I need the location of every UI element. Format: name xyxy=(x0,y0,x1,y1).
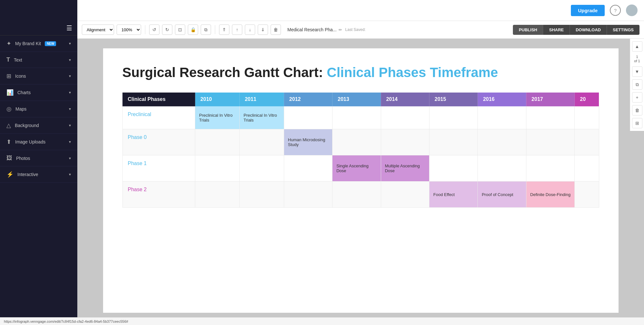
panel-delete-button[interactable]: 🗑 xyxy=(632,105,642,115)
cell-phase1-2010 xyxy=(195,155,240,182)
sidebar-label-photos: Photos xyxy=(16,156,30,161)
chart-title-blue: Clinical Phases Timeframe xyxy=(323,65,498,80)
share-button[interactable]: SHARE xyxy=(543,25,570,35)
cell-preclinical-2011[interactable]: Preclinical In Vitro Trials xyxy=(239,106,284,129)
cell-phase1-2011 xyxy=(239,155,284,182)
hamburger-icon[interactable]: ☰ xyxy=(66,24,72,32)
page-info: 1of 1 xyxy=(633,54,640,64)
panel-grid-button[interactable]: ⊞ xyxy=(632,118,642,128)
toolbar-actions: PUBLISH SHARE DOWNLOAD SETTINGS xyxy=(513,25,639,35)
settings-button[interactable]: SETTINGS xyxy=(607,25,639,35)
sidebar-item-text[interactable]: T Text ▾ xyxy=(0,52,77,68)
cell-phase2-2013 xyxy=(332,182,381,208)
sidebar-label-charts: Charts xyxy=(17,90,31,95)
cell-phase0-2015 xyxy=(429,129,478,155)
maps-icon: ◎ xyxy=(6,105,12,113)
sidebar-label-image-uploads: Image Uploads xyxy=(15,139,45,144)
avatar[interactable] xyxy=(626,5,638,16)
phase-label-phase2: Phase 2 xyxy=(122,182,195,208)
cell-preclinical-2016 xyxy=(478,106,526,129)
chart-title-black: Surgical Research Gantt Chart: xyxy=(122,65,323,80)
chevron-icon: ▾ xyxy=(69,107,71,111)
panel-add-button[interactable]: + xyxy=(632,92,642,103)
cell-phase0-2014 xyxy=(381,129,429,155)
cell-preclinical-2017 xyxy=(526,106,574,129)
zoom-select[interactable]: 100% xyxy=(117,25,141,35)
move-top-button[interactable]: ⇑ xyxy=(219,25,229,35)
toolbar-separator xyxy=(145,25,145,34)
cell-phase1-2018 xyxy=(575,155,599,182)
upgrade-button[interactable]: Upgrade xyxy=(571,5,605,16)
top-navigation: ◷ Home Templates Upgrade ? xyxy=(0,0,644,21)
header-2010: 2010 xyxy=(195,93,240,106)
sidebar-header: ☰ xyxy=(0,21,77,35)
cell-phase1-2014[interactable]: Multiple Ascending Dose xyxy=(381,155,429,182)
cell-phase0-2010 xyxy=(195,129,240,155)
text-icon: T xyxy=(6,56,10,63)
header-clinical-phases: Clinical Phases xyxy=(122,93,195,106)
move-up-button[interactable]: ↑ xyxy=(232,25,242,35)
cell-phase1-2017 xyxy=(526,155,574,182)
undo-button[interactable]: ↺ xyxy=(149,25,159,35)
sidebar-item-brand-kit[interactable]: ✦ My Brand Kit NEW ▾ xyxy=(0,35,77,52)
cell-preclinical-2018 xyxy=(575,106,599,129)
cell-preclinical-2015 xyxy=(429,106,478,129)
sidebar: ☰ ✦ My Brand Kit NEW ▾ T Text ▾ ⊞ Icons … xyxy=(0,0,77,325)
fit-button[interactable]: ⊡ xyxy=(175,25,185,35)
sidebar-item-photos[interactable]: 🖼 Photos ▾ xyxy=(0,150,77,166)
cell-phase1-2016 xyxy=(478,155,526,182)
cell-phase1-2015 xyxy=(429,155,478,182)
sidebar-item-charts[interactable]: 📊 Charts ▾ xyxy=(0,84,77,101)
scroll-up-button[interactable]: ▲ xyxy=(632,41,642,52)
header-2016: 2016 xyxy=(478,93,526,106)
chevron-icon: ▾ xyxy=(69,156,71,161)
right-panel: ▲ 1of 1 ▼ ⧉ + 🗑 ⊞ xyxy=(630,39,644,131)
header-2011: 2011 xyxy=(239,93,284,106)
cell-phase2-2017[interactable]: Definite Dose-Finding xyxy=(526,182,574,208)
sidebar-label-text: Text xyxy=(14,57,22,63)
sidebar-item-icons[interactable]: ⊞ Icons ▾ xyxy=(0,68,77,84)
cell-phase2-2016[interactable]: Proof of Concept xyxy=(478,182,526,208)
sidebar-item-maps[interactable]: ◎ Maps ▾ xyxy=(0,101,77,117)
sidebar-item-background[interactable]: △ Background ▾ xyxy=(0,117,77,134)
download-button[interactable]: DOWNLOAD xyxy=(570,25,607,35)
sidebar-item-interactive[interactable]: ⚡ Interactive ▾ xyxy=(0,166,77,183)
main-canvas-area[interactable]: Surgical Research Gantt Chart: Clinical … xyxy=(77,39,644,325)
copy-button[interactable]: ⧉ xyxy=(201,25,211,35)
gantt-row-phase0: Phase 0 Human Microdosing Study xyxy=(122,129,599,155)
help-button[interactable]: ? xyxy=(610,5,621,16)
header-2012: 2012 xyxy=(284,93,332,106)
cell-phase1-2013[interactable]: Single Ascending Dose xyxy=(332,155,381,182)
cell-preclinical-2013 xyxy=(332,106,381,129)
cell-phase0-2012[interactable]: Human Microdosing Study xyxy=(284,129,332,155)
gantt-header-row: Clinical Phases 2010 2011 2012 2013 2014… xyxy=(122,93,599,106)
phase-label-phase1: Phase 1 xyxy=(122,155,195,182)
redo-button[interactable]: ↻ xyxy=(162,25,172,35)
interactive-icon: ⚡ xyxy=(6,171,14,178)
sidebar-label-interactive: Interactive xyxy=(17,172,38,177)
header-2013: 2013 xyxy=(332,93,381,106)
sidebar-label-brand-kit: My Brand Kit xyxy=(15,41,41,46)
icons-icon: ⊞ xyxy=(6,73,11,80)
sidebar-item-image-uploads[interactable]: ⬆ Image Uploads ▾ xyxy=(0,134,77,150)
cell-preclinical-2010[interactable]: Preclinical In Vitro Trials xyxy=(195,106,240,129)
scroll-down-button[interactable]: ▼ xyxy=(632,66,642,77)
cell-phase2-2015[interactable]: Food Effect xyxy=(429,182,478,208)
alignment-select[interactable]: Alignment xyxy=(82,25,114,35)
document-title-area: Medical Research Pha... ✏ Last Saved: xyxy=(287,27,366,32)
photos-icon: 🖼 xyxy=(6,155,12,162)
lock-button[interactable]: 🔒 xyxy=(188,25,198,35)
cell-phase2-2014 xyxy=(381,182,429,208)
image-uploads-icon: ⬆ xyxy=(6,138,11,145)
canvas-page[interactable]: Surgical Research Gantt Chart: Clinical … xyxy=(103,48,619,313)
cell-phase0-2013 xyxy=(332,129,381,155)
cell-phase0-2018 xyxy=(575,129,599,155)
delete-button[interactable]: 🗑 xyxy=(271,25,281,35)
publish-button[interactable]: PUBLISH xyxy=(513,25,543,35)
phase-label-preclinical: Preclinical xyxy=(122,106,195,129)
chevron-icon: ▾ xyxy=(69,140,71,144)
panel-copy-button[interactable]: ⧉ xyxy=(632,79,642,90)
move-down-button[interactable]: ↓ xyxy=(245,25,255,35)
edit-title-icon[interactable]: ✏ xyxy=(339,27,342,32)
move-bottom-button[interactable]: ⇓ xyxy=(258,25,268,35)
